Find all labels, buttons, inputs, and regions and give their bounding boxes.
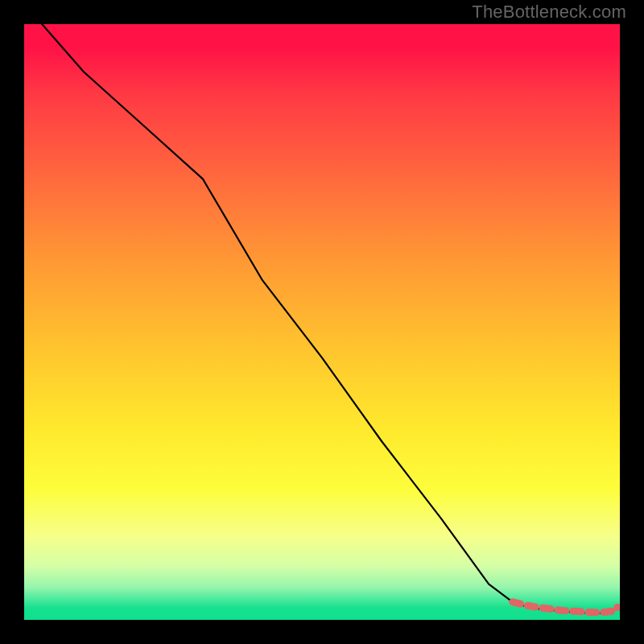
chart-frame: TheBottleneck.com	[0, 0, 644, 644]
watermark-text: TheBottleneck.com	[472, 2, 626, 23]
bottleneck-curve	[42, 24, 617, 613]
chart-overlay	[24, 24, 620, 620]
highlight-segment-line	[513, 602, 617, 613]
